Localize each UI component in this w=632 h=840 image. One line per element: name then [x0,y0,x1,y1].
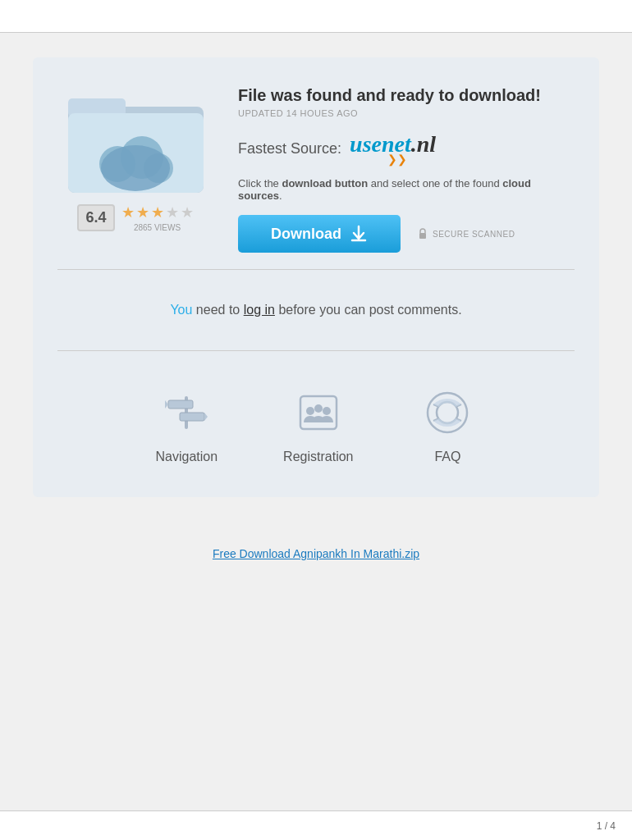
navigation-item[interactable]: Navigation [156,384,218,464]
updated-text: UPDATED 14 HOUES AGO [238,108,575,118]
navigation-icon-box [158,384,215,441]
svg-point-17 [314,404,323,413]
icons-section: Navigation [57,368,575,472]
main-card: 6.4 ★ ★ ★ ★ ★ 2865 VIEWS File w [33,57,599,497]
info-area: File was found and ready to download! UP… [238,82,575,253]
fastest-label: Fastest Source: [238,140,341,158]
divider-1 [57,269,575,270]
divider-2 [57,350,575,351]
rating-row: 6.4 ★ ★ ★ ★ ★ 2865 VIEWS [77,203,193,232]
faq-label: FAQ [434,450,460,464]
views-text: 2865 VIEWS [121,223,194,232]
log-in-link[interactable]: log in [244,303,275,317]
top-bar [0,0,632,33]
folder-icon-area: 6.4 ★ ★ ★ ★ ★ 2865 VIEWS [57,82,213,232]
faq-item[interactable]: FAQ [419,384,476,464]
page-indicator: 1 / 4 [597,820,616,832]
svg-rect-8 [419,233,426,239]
rating-badge: 6.4 [77,204,114,231]
faq-icon [423,388,472,437]
registration-icon-box [290,384,347,441]
download-button[interactable]: Download [238,215,401,253]
usenet-logo-container: usenet.nl ❯❯ [350,131,436,166]
download-arrow-icon [350,225,368,243]
star-4: ★ [166,203,179,221]
usenet-logo: usenet.nl [350,131,436,157]
navigation-icon [162,388,211,437]
star-5: ★ [181,203,194,221]
svg-point-16 [323,407,331,415]
you-text: You [170,303,192,317]
comment-notice: You need to log in before you can post c… [57,286,575,334]
folder-icon [64,82,208,197]
registration-label: Registration [283,450,353,464]
found-title: File was found and ready to download! [238,86,575,105]
page-footer: 1 / 4 [0,810,632,840]
svg-marker-11 [165,400,168,409]
svg-marker-13 [204,413,208,421]
svg-point-15 [306,407,314,415]
bottom-link-area: Free Download Agnipankh In Marathi.zip [33,522,599,586]
page-wrapper: 6.4 ★ ★ ★ ★ ★ 2865 VIEWS File w [0,33,632,610]
bottom-download-link[interactable]: Free Download Agnipankh In Marathi.zip [213,547,419,560]
svg-point-7 [101,145,170,191]
fastest-source-row: Fastest Source: usenet.nl ❯❯ [238,131,575,166]
faq-icon-box [419,384,476,441]
star-1: ★ [121,203,135,221]
star-2: ★ [136,203,149,221]
secure-scanned-badge: SECURE SCANNED [417,227,515,240]
download-row: Download SECURE SCANNED [238,215,575,253]
registration-item[interactable]: Registration [283,384,353,464]
stars-container: ★ ★ ★ ★ ★ 2865 VIEWS [121,203,194,232]
svg-rect-12 [180,413,204,421]
card-top: 6.4 ★ ★ ★ ★ ★ 2865 VIEWS File w [57,82,575,253]
lock-icon [417,227,428,240]
svg-rect-10 [168,400,193,409]
navigation-label: Navigation [156,450,218,464]
registration-icon [294,388,343,437]
click-description: Click the download button and select one… [238,177,575,202]
star-3: ★ [151,203,164,221]
